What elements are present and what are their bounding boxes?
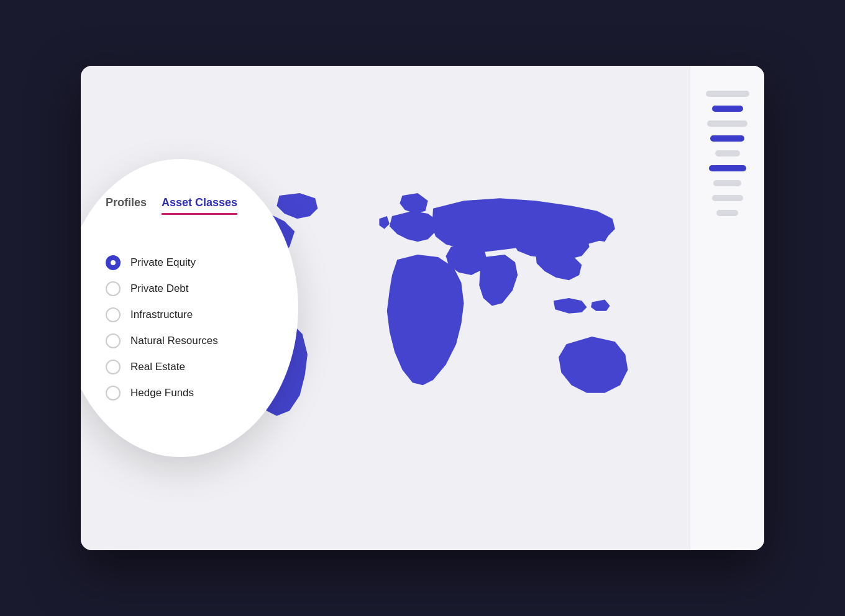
radio-item-hedge-funds[interactable]: Hedge Funds <box>106 386 264 401</box>
sidebar-bar-8 <box>712 195 743 201</box>
sidebar-bar-1 <box>706 91 749 97</box>
sidebar-bar-6 <box>709 165 746 171</box>
right-sidebar <box>690 66 764 550</box>
radio-item-private-debt[interactable]: Private Debt <box>106 281 264 296</box>
radio-natural-resources[interactable] <box>106 333 121 348</box>
radio-item-natural-resources[interactable]: Natural Resources <box>106 333 264 348</box>
radio-item-real-estate[interactable]: Real Estate <box>106 360 264 374</box>
radio-private-equity[interactable] <box>106 255 121 270</box>
radio-label-natural-resources: Natural Resources <box>130 335 218 347</box>
tabs-container: Profiles Asset Classes <box>106 196 264 215</box>
radio-hedge-funds[interactable] <box>106 386 121 401</box>
radio-label-private-debt: Private Debt <box>130 283 189 295</box>
sidebar-bar-7 <box>713 180 741 186</box>
radio-infrastructure[interactable] <box>106 307 121 322</box>
radio-label-private-equity: Private Equity <box>130 256 196 269</box>
sidebar-bar-3 <box>707 120 747 127</box>
radio-real-estate[interactable] <box>106 360 121 374</box>
sidebar-bar-5 <box>715 150 740 156</box>
tab-asset-classes[interactable]: Asset Classes <box>162 196 237 215</box>
radio-item-infrastructure[interactable]: Infrastructure <box>106 307 264 322</box>
radio-label-infrastructure: Infrastructure <box>130 309 193 321</box>
tab-profiles[interactable]: Profiles <box>106 196 147 215</box>
asset-class-list: Private Equity Private Debt Infrastructu… <box>106 232 264 423</box>
radio-label-real-estate: Real Estate <box>130 361 185 373</box>
sidebar-bar-9 <box>716 210 738 216</box>
radio-label-hedge-funds: Hedge Funds <box>130 387 194 399</box>
sidebar-bar-2 <box>712 106 743 112</box>
radio-item-private-equity[interactable]: Private Equity <box>106 255 264 270</box>
app-container: Profiles Asset Classes Private Equity Pr… <box>81 66 764 550</box>
radio-private-debt[interactable] <box>106 281 121 296</box>
sidebar-bar-4 <box>710 135 744 142</box>
